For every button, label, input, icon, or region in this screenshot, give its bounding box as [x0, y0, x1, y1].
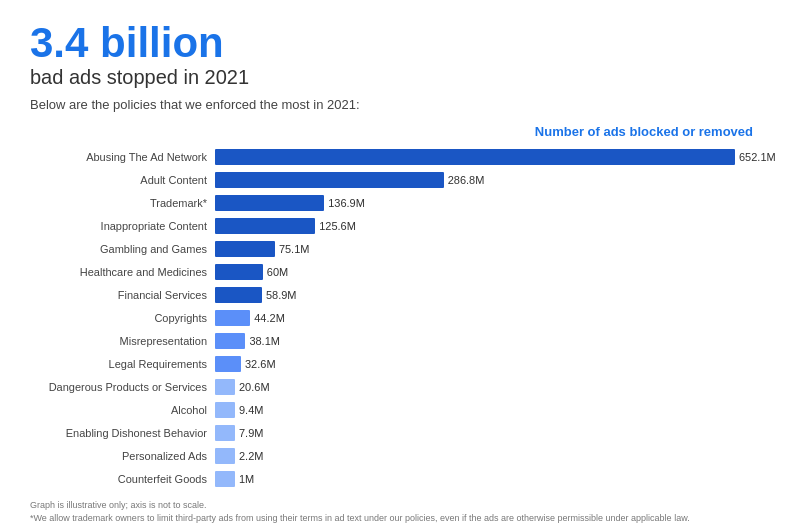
bar-fill — [215, 149, 735, 165]
bar-value-label: 2.2M — [239, 450, 263, 462]
bar-value-label: 44.2M — [254, 312, 285, 324]
bar-wrapper: 7.9M — [215, 425, 763, 441]
bar-row: Trademark*136.9M — [30, 193, 763, 213]
bar-wrapper: 75.1M — [215, 241, 763, 257]
bar-fill — [215, 425, 235, 441]
bar-label: Adult Content — [30, 174, 215, 186]
bar-value-label: 286.8M — [448, 174, 485, 186]
bar-row: Personalized Ads2.2M — [30, 446, 763, 466]
bar-value-label: 38.1M — [249, 335, 280, 347]
bar-label: Inappropriate Content — [30, 220, 215, 232]
bar-label: Legal Requirements — [30, 358, 215, 370]
bar-value-label: 7.9M — [239, 427, 263, 439]
bar-wrapper: 286.8M — [215, 172, 763, 188]
bar-row: Abusing The Ad Network652.1M — [30, 147, 763, 167]
bar-row: Healthcare and Medicines60M — [30, 262, 763, 282]
bar-value-label: 1M — [239, 473, 254, 485]
subtitle: bad ads stopped in 2021 — [30, 66, 763, 89]
bar-fill — [215, 333, 245, 349]
bar-label: Misrepresentation — [30, 335, 215, 347]
bar-row: Dangerous Products or Services20.6M — [30, 377, 763, 397]
bar-value-label: 125.6M — [319, 220, 356, 232]
bar-label: Healthcare and Medicines — [30, 266, 215, 278]
bar-wrapper: 44.2M — [215, 310, 763, 326]
bar-value-label: 60M — [267, 266, 288, 278]
bar-value-label: 32.6M — [245, 358, 276, 370]
bar-row: Misrepresentation38.1M — [30, 331, 763, 351]
bar-wrapper: 136.9M — [215, 195, 763, 211]
bar-fill — [215, 241, 275, 257]
bar-row: Inappropriate Content125.6M — [30, 216, 763, 236]
footnotes: Graph is illustrative only; axis is not … — [30, 499, 763, 524]
bar-row: Counterfeit Goods1M — [30, 469, 763, 489]
bar-fill — [215, 264, 263, 280]
bar-value-label: 652.1M — [739, 151, 776, 163]
bar-value-label: 20.6M — [239, 381, 270, 393]
bar-wrapper: 60M — [215, 264, 763, 280]
bar-value-label: 9.4M — [239, 404, 263, 416]
bar-fill — [215, 448, 235, 464]
bar-row: Adult Content286.8M — [30, 170, 763, 190]
description: Below are the policies that we enforced … — [30, 97, 763, 112]
bar-label: Copyrights — [30, 312, 215, 324]
bar-fill — [215, 356, 241, 372]
bar-row: Copyrights44.2M — [30, 308, 763, 328]
bar-fill — [215, 195, 324, 211]
bar-fill — [215, 379, 235, 395]
bar-fill — [215, 471, 235, 487]
bar-wrapper: 125.6M — [215, 218, 763, 234]
bar-row: Enabling Dishonest Behavior7.9M — [30, 423, 763, 443]
bar-wrapper: 9.4M — [215, 402, 763, 418]
bar-label: Counterfeit Goods — [30, 473, 215, 485]
bar-fill — [215, 172, 444, 188]
bar-label: Trademark* — [30, 197, 215, 209]
footnote-line2: *We allow trademark owners to limit thir… — [30, 512, 763, 525]
bar-label: Personalized Ads — [30, 450, 215, 462]
big-number: 3.4 billion — [30, 20, 763, 66]
bar-row: Gambling and Games75.1M — [30, 239, 763, 259]
bar-label: Enabling Dishonest Behavior — [30, 427, 215, 439]
bar-row: Financial Services58.9M — [30, 285, 763, 305]
bar-fill — [215, 310, 250, 326]
bar-wrapper: 58.9M — [215, 287, 763, 303]
bar-label: Financial Services — [30, 289, 215, 301]
bar-label: Abusing The Ad Network — [30, 151, 215, 163]
bar-value-label: 58.9M — [266, 289, 297, 301]
bar-fill — [215, 402, 235, 418]
bar-value-label: 75.1M — [279, 243, 310, 255]
bar-fill — [215, 287, 262, 303]
bar-fill — [215, 218, 315, 234]
bar-label: Dangerous Products or Services — [30, 381, 215, 393]
bar-wrapper: 38.1M — [215, 333, 763, 349]
bar-row: Alcohol9.4M — [30, 400, 763, 420]
chart-title: Number of ads blocked or removed — [30, 124, 763, 139]
footnote-line1: Graph is illustrative only; axis is not … — [30, 499, 763, 512]
bar-label: Alcohol — [30, 404, 215, 416]
bar-label: Gambling and Games — [30, 243, 215, 255]
chart-container: Abusing The Ad Network652.1MAdult Conten… — [30, 147, 763, 489]
bar-wrapper: 652.1M — [215, 149, 776, 165]
bar-wrapper: 1M — [215, 471, 763, 487]
bar-value-label: 136.9M — [328, 197, 365, 209]
bar-wrapper: 32.6M — [215, 356, 763, 372]
bar-wrapper: 20.6M — [215, 379, 763, 395]
bar-wrapper: 2.2M — [215, 448, 763, 464]
bar-row: Legal Requirements32.6M — [30, 354, 763, 374]
